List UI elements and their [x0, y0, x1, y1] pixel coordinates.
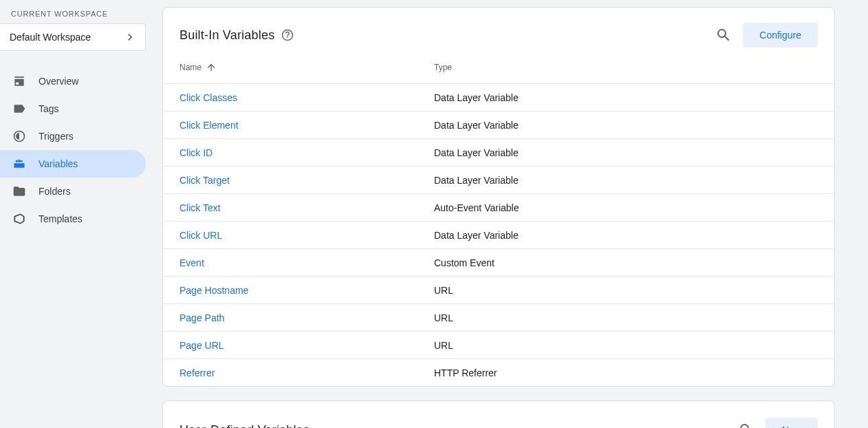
- sidebar-item-triggers[interactable]: Triggers: [0, 122, 146, 150]
- sidebar-item-templates[interactable]: Templates: [0, 205, 146, 233]
- sidebar-item-label: Folders: [39, 186, 71, 197]
- variable-name-link[interactable]: Click Element: [180, 120, 434, 131]
- table-row[interactable]: Page URLURL: [163, 331, 834, 359]
- variable-name-link[interactable]: Page Hostname: [180, 285, 434, 296]
- sidebar-item-label: Overview: [39, 76, 78, 87]
- new-button[interactable]: New: [766, 418, 818, 428]
- variable-name-link[interactable]: Click Classes: [180, 92, 434, 103]
- variable-name-link[interactable]: Page Path: [180, 312, 434, 323]
- table-row[interactable]: Click TextAuto-Event Variable: [163, 193, 834, 221]
- variable-type: HTTP Referrer: [434, 367, 818, 378]
- table-row[interactable]: ReferrerHTTP Referrer: [163, 359, 834, 386]
- search-builtin-button[interactable]: [710, 21, 737, 49]
- variable-type: URL: [434, 340, 818, 351]
- main-content: Built-In Variables Configure Name: [162, 0, 868, 428]
- search-user-button[interactable]: [733, 416, 760, 428]
- workspace-name: Default Workspace: [10, 32, 91, 43]
- variable-type: URL: [434, 312, 818, 323]
- sidebar-item-label: Tags: [39, 103, 59, 114]
- variable-type: URL: [434, 285, 818, 296]
- configure-button[interactable]: Configure: [743, 23, 818, 47]
- variable-type: Custom Event: [434, 257, 818, 268]
- folders-icon: [11, 183, 28, 200]
- user-variables-panel: User-Defined Variables New: [162, 400, 835, 428]
- variable-name-link[interactable]: Event: [180, 257, 434, 268]
- variable-name-link[interactable]: Page URL: [180, 340, 434, 351]
- column-header-type[interactable]: Type: [434, 63, 818, 72]
- table-row[interactable]: Page HostnameURL: [163, 276, 834, 303]
- table-row[interactable]: EventCustom Event: [163, 248, 834, 276]
- chevron-right-icon: [123, 30, 137, 44]
- variable-name-link[interactable]: Click ID: [180, 147, 434, 158]
- builtin-variables-panel: Built-In Variables Configure Name: [162, 7, 835, 387]
- sidebar-item-label: Variables: [39, 158, 78, 169]
- variable-name-link[interactable]: Referrer: [180, 367, 434, 378]
- sidebar-item-variables[interactable]: Variables: [0, 150, 146, 178]
- table-row[interactable]: Click TargetData Layer Variable: [163, 166, 834, 193]
- variable-type: Data Layer Variable: [434, 92, 818, 103]
- overview-icon: [11, 73, 28, 89]
- arrow-up-icon: [206, 62, 217, 73]
- templates-icon: [11, 211, 28, 227]
- table-row[interactable]: Click ClassesData Layer Variable: [163, 83, 834, 111]
- help-icon[interactable]: [281, 29, 294, 41]
- builtin-table-head: Name Type: [163, 52, 834, 83]
- user-panel-title: User-Defined Variables: [180, 423, 310, 429]
- table-row[interactable]: Click ElementData Layer Variable: [163, 111, 834, 138]
- tags-icon: [11, 100, 28, 117]
- sidebar-item-label: Triggers: [39, 131, 74, 142]
- user-panel-header: User-Defined Variables New: [163, 401, 834, 428]
- column-header-name[interactable]: Name: [180, 62, 434, 73]
- variables-icon: [11, 156, 28, 172]
- variable-name-link[interactable]: Click Text: [180, 202, 434, 213]
- sidebar-item-label: Templates: [39, 213, 83, 224]
- builtin-panel-header: Built-In Variables Configure: [163, 8, 834, 52]
- variable-type: Data Layer Variable: [434, 120, 818, 131]
- variable-type: Data Layer Variable: [434, 175, 818, 186]
- triggers-icon: [11, 128, 28, 145]
- builtin-panel-title: Built-In Variables: [180, 28, 274, 43]
- sidebar-item-overview[interactable]: Overview: [0, 67, 146, 95]
- table-row[interactable]: Page PathURL: [163, 303, 834, 331]
- search-icon: [715, 27, 732, 43]
- table-row[interactable]: Click URLData Layer Variable: [163, 221, 834, 248]
- variable-name-link[interactable]: Click Target: [180, 175, 434, 186]
- variable-type: Data Layer Variable: [434, 230, 818, 241]
- builtin-table-body: Click ClassesData Layer VariableClick El…: [163, 83, 834, 386]
- sidebar-item-tags[interactable]: Tags: [0, 95, 146, 122]
- nav-list: OverviewTagsTriggersVariablesFoldersTemp…: [0, 67, 162, 233]
- search-icon: [738, 422, 755, 428]
- variable-type: Data Layer Variable: [434, 147, 818, 158]
- sidebar-item-folders[interactable]: Folders: [0, 178, 146, 205]
- workspace-section-label: CURRENT WORKSPACE: [0, 4, 162, 23]
- variable-type: Auto-Event Variable: [434, 202, 818, 213]
- variable-name-link[interactable]: Click URL: [180, 230, 434, 241]
- workspace-selector[interactable]: Default Workspace: [0, 23, 146, 51]
- sidebar: CURRENT WORKSPACE Default Workspace Over…: [0, 0, 162, 428]
- builtin-table: Name Type Click ClassesData Layer Variab…: [163, 52, 834, 386]
- table-row[interactable]: Click IDData Layer Variable: [163, 138, 834, 166]
